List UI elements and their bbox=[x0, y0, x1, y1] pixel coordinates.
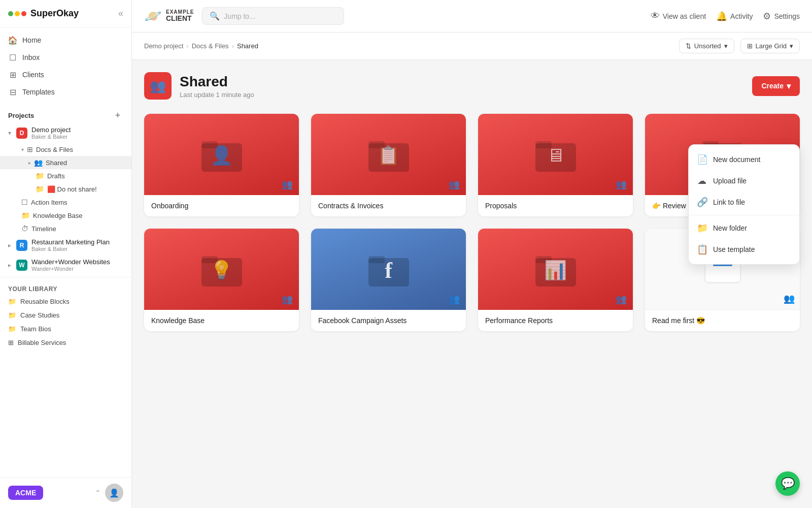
folder-card-body: Knowledge Base bbox=[144, 310, 299, 331]
tree-label: Timeline bbox=[31, 225, 56, 233]
template-icon: 📋 bbox=[697, 244, 707, 255]
library-item-label: Reusable Blocks bbox=[20, 298, 70, 305]
dropdown-item-label: New folder bbox=[713, 224, 747, 232]
users-icon: 👥 bbox=[449, 179, 460, 190]
dropdown-new-document[interactable]: 📄 New document bbox=[689, 149, 799, 170]
projects-section-header: Projects + bbox=[0, 105, 131, 123]
activity-button[interactable]: 🔔 Activity bbox=[716, 11, 753, 22]
users-icon: 👥 bbox=[282, 294, 293, 305]
search-bar[interactable]: 🔍 Jump to... bbox=[202, 7, 344, 25]
sort-button[interactable]: ⇅ Unsorted ▾ bbox=[679, 39, 734, 53]
performance-folder-icon: 📊 bbox=[544, 260, 567, 281]
tree-item-knowledge[interactable]: 📁 Knowledge Base bbox=[0, 209, 131, 222]
sidebar-item-templates[interactable]: ⊟ Templates bbox=[0, 83, 131, 101]
bell-icon: 🔔 bbox=[716, 11, 727, 22]
tree-item-drafts[interactable]: 📁 Drafts bbox=[0, 169, 131, 182]
topbar-right: 👁 View as client 🔔 Activity ⚙ Settings bbox=[651, 11, 800, 22]
upload-icon: ☁ bbox=[697, 175, 707, 186]
tree-label: Action Items bbox=[31, 199, 67, 206]
view-as-client-button[interactable]: 👁 View as client bbox=[651, 11, 706, 21]
sort-icon: ⇅ bbox=[686, 42, 691, 50]
library-item-label: Team Bios bbox=[20, 325, 51, 333]
create-dropdown-menu: 📄 New document ☁ Upload file 🔗 Link to f… bbox=[688, 144, 800, 265]
project-client: Wander+Wonder bbox=[31, 266, 110, 272]
chevron-down-icon: ▾ bbox=[790, 42, 793, 50]
create-button[interactable]: Create ▾ bbox=[752, 76, 800, 96]
document-icon: 📄 bbox=[697, 154, 707, 165]
project-info-wander: Wander+Wonder Websites Wander+Wonder bbox=[31, 258, 110, 272]
sidebar-item-inbox[interactable]: ☐ Inbox bbox=[0, 49, 131, 66]
client-logo[interactable]: 🪐 EXAMPLE CLIENT bbox=[144, 8, 194, 24]
dropdown-new-folder[interactable]: 📁 New folder bbox=[689, 217, 799, 239]
chevron-right-icon: ▸ bbox=[8, 262, 11, 269]
page-title: Shared bbox=[180, 74, 254, 90]
tree-item-timeline[interactable]: ⏱ Timeline bbox=[0, 222, 131, 235]
project-wander-item[interactable]: ▸ W Wander+Wonder Websites Wander+Wonder bbox=[0, 255, 131, 275]
dropdown-upload-file[interactable]: ☁ Upload file bbox=[689, 170, 799, 192]
knowledge-folder-icon: 💡 bbox=[210, 260, 233, 281]
dropdown-divider bbox=[689, 215, 799, 215]
library-item-reusable[interactable]: 📁 Reusable Blocks bbox=[0, 295, 131, 308]
tree-label: Docs & Files bbox=[36, 146, 73, 153]
tree-item-donot[interactable]: 📁 🟥 Do not share! bbox=[0, 182, 131, 196]
sidebar-item-clients[interactable]: ⊞ Clients bbox=[0, 66, 131, 83]
add-project-button[interactable]: + bbox=[112, 110, 123, 121]
breadcrumb-demo-project[interactable]: Demo project bbox=[144, 42, 183, 50]
page-header: 👥 Shared Last update 1 minute ago Create… bbox=[144, 72, 800, 100]
folder-icon: 📁 bbox=[36, 172, 44, 180]
dropdown-use-template[interactable]: 📋 Use template bbox=[689, 239, 799, 260]
acme-badge[interactable]: ACME bbox=[8, 486, 43, 500]
sidebar-item-label: Clients bbox=[22, 71, 44, 79]
tree-item-shared[interactable]: ▸ 👥 Shared bbox=[0, 156, 131, 169]
library-item-case[interactable]: 📁 Case Studies bbox=[0, 308, 131, 322]
folder-card-body: Proposals bbox=[478, 195, 633, 216]
chevron-down-icon: ▾ bbox=[8, 130, 11, 137]
folder-card-knowledge[interactable]: 💡 👥 Knowledge Base bbox=[144, 229, 299, 331]
project-avatar-restaurant: R bbox=[16, 240, 27, 251]
tree-label: Knowledge Base bbox=[33, 212, 83, 219]
folder-name: Onboarding bbox=[151, 202, 188, 210]
tree-item-docs[interactable]: ▾ ⊞ Docs & Files bbox=[0, 143, 131, 156]
logo-dot-red bbox=[21, 11, 26, 16]
project-client: Baker & Baker bbox=[31, 134, 71, 140]
search-icon: 🔍 bbox=[210, 11, 220, 21]
chevron-right-icon: ▾ bbox=[21, 147, 24, 152]
link-icon: 🔗 bbox=[697, 197, 707, 208]
collapse-button[interactable]: « bbox=[118, 8, 123, 19]
folder-card-proposals[interactable]: 🖥 👥 Proposals bbox=[478, 114, 633, 216]
svg-rect-11 bbox=[368, 256, 385, 263]
folder-card-onboarding[interactable]: 👤 👥 Onboarding bbox=[144, 114, 299, 216]
project-restaurant-item[interactable]: ▸ R Restaurant Marketing Plan Baker & Ba… bbox=[0, 235, 131, 255]
chevron-up-icon[interactable]: ⌃ bbox=[95, 489, 101, 497]
avatar[interactable]: 👤 bbox=[105, 484, 123, 502]
breadcrumb-docs-files[interactable]: Docs & Files bbox=[192, 42, 229, 50]
chat-icon: 💬 bbox=[781, 477, 795, 490]
users-icon: 👥 bbox=[616, 294, 627, 305]
inbox-icon: ☐ bbox=[8, 53, 17, 62]
dropdown-link-to-file[interactable]: 🔗 Link to file bbox=[689, 192, 799, 213]
breadcrumb-separator: › bbox=[232, 42, 234, 50]
folder-thumb: 👤 👥 bbox=[144, 114, 299, 195]
grid-icon: ⊞ bbox=[747, 42, 753, 50]
folder-thumb: 📊 👥 bbox=[478, 229, 633, 310]
tree-item-action[interactable]: ☐ Action Items bbox=[0, 196, 131, 209]
folder-card-performance[interactable]: 📊 👥 Performance Reports bbox=[478, 229, 633, 331]
library-item-billable[interactable]: ⊞ Billable Services bbox=[0, 336, 131, 350]
folder-card-body: Contracts & Invoices bbox=[311, 195, 466, 216]
view-button[interactable]: ⊞ Large Grid ▾ bbox=[740, 39, 800, 53]
library-item-team[interactable]: 📁 Team Bios bbox=[0, 322, 131, 336]
folder-card-facebook[interactable]: f 👥 Facebook Campaign Assets bbox=[311, 229, 466, 331]
folder-card-contracts[interactable]: 📋 👥 Contracts & Invoices bbox=[311, 114, 466, 216]
contracts-folder-icon: 📋 bbox=[377, 145, 400, 166]
chevron-down-icon: ▾ bbox=[724, 42, 728, 50]
library-item-label: Billable Services bbox=[18, 339, 66, 346]
library-label: Your Library bbox=[0, 281, 131, 295]
dropdown-item-label: Link to file bbox=[713, 198, 745, 206]
page-content: 👥 Shared Last update 1 minute ago Create… bbox=[132, 60, 812, 508]
main-nav: 🏠 Home ☐ Inbox ⊞ Clients ⊟ Templates bbox=[0, 27, 131, 105]
settings-button[interactable]: ⚙ Settings bbox=[763, 11, 800, 22]
tree-label: 🟥 Do not share! bbox=[47, 185, 97, 193]
project-demo-item[interactable]: ▾ D Demo project Baker & Baker bbox=[0, 123, 131, 143]
chat-bubble-button[interactable]: 💬 bbox=[775, 471, 800, 496]
sidebar-item-home[interactable]: 🏠 Home bbox=[0, 31, 131, 49]
